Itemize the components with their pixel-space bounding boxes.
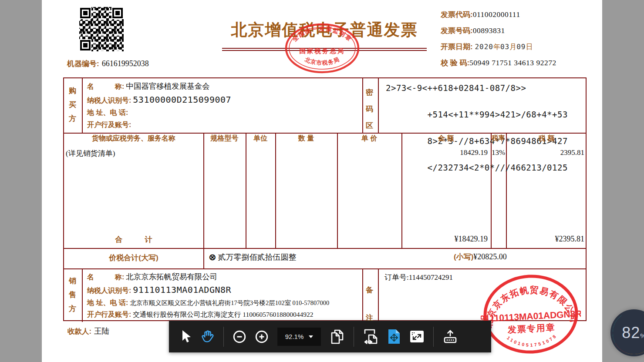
table-line [64,248,586,249]
buyer-address-label: 地 址、电 话: [87,108,128,117]
table-line [64,268,586,269]
invoice-date-row: 开票日期: 2020 年 03 月 09 日 [441,42,556,52]
gov-stamp-line1: 国家税务总局 [300,47,345,54]
invoice-meta: 发票代码:011002000111 发票号码:00893831 开票日期: 20… [441,10,556,68]
payee-label: 收款人: [67,327,91,335]
fit-width-icon [363,328,378,345]
sum-words-value: 贰万零捌佰贰拾伍圆整 [218,252,297,262]
col-header-goods: 货物或应税劳务、服务名称 [64,134,203,143]
remark-order-number: 订单号:114450724291 [384,272,453,282]
caret-down-icon [309,335,313,338]
invoice-code-label: 发票代码: [441,10,473,20]
date-day-unit: 日 [526,43,533,52]
toolbar-divider [354,327,354,347]
invoice-date-label: 开票日期: [441,42,473,52]
machine-number-label: 机器编号: [67,60,99,68]
hand-tool-button[interactable] [201,329,214,344]
pdf-viewer-screen: 机器编号:661619952038 北京增值税电子普通发票 全国统一发票监制章 … [0,0,644,362]
battery-percentage-widget[interactable]: 82 % [610,309,644,356]
tax-bureau-stamp: 全国统一发票监制章 国家税务总局 北京市税务局 [284,22,361,75]
table-line [378,78,379,133]
password-line: </232734<2*0*///466213/0125 [428,163,568,172]
password-line: +514<+11**994>421>/68+4*+53 [428,110,568,119]
viewer-toolbar: 92.1% [169,321,491,352]
item-tax: 2395.81 [506,148,584,157]
fullscreen-icon [410,330,424,343]
table-line [82,268,83,322]
password-area-label: 密码区 [366,84,373,134]
seller-company-stamp: 北京京东拓帆贸易有限公司 91110113MA01ADGN8R 发票专用章 11… [481,272,581,356]
table-line [378,268,379,322]
circled-x-icon: ⊗ [209,252,216,262]
machine-number-value: 661619952038 [102,59,149,68]
col-header-price: 单 价 [337,134,401,143]
col-header-taxrate: 税率 [491,134,506,142]
table-line [82,78,83,133]
toolbar-divider [433,327,434,347]
col-header-unit: 单位 [246,134,275,143]
check-code-value: 50949 71751 34613 92272 [469,58,556,67]
pages-icon [330,329,344,345]
upload-icon [443,329,458,344]
sum-numeric-value: ¥20825.00 [473,252,507,261]
total-amount: ¥18429.19 [401,235,488,244]
item-amount: 18429.19 [401,148,488,157]
date-month-unit: 月 [509,43,516,52]
seller-bank: 交通银行股份有限公司北京海淀支行 110060576018800044922 [133,310,313,319]
table-line [203,133,204,248]
total-tax: ¥2395.81 [506,235,584,244]
col-header-qty: 数 量 [275,134,337,143]
gov-stamp-line2: 北京市税务局 [303,56,341,66]
cursor-icon [181,330,192,343]
share-upload-button[interactable] [443,329,458,344]
fit-page-icon [388,328,401,345]
date-year: 2020 [475,43,493,51]
svg-text:北京市税务局: 北京市税务局 [303,56,341,66]
total-label: 合 计 [90,235,177,245]
fit-width-button[interactable] [363,328,378,345]
percentage-value: 82 [622,324,640,342]
table-line [362,78,363,133]
date-month: 03 [500,43,509,51]
date-day: 09 [516,43,526,51]
page-view-button[interactable] [330,329,344,345]
sum-numeric: (小写)¥20825.00 [454,252,507,262]
zoom-in-icon [255,330,268,343]
item-taxrate: 13% [491,148,506,157]
table-line [246,133,246,248]
col-header-spec: 规格型号 [203,134,246,143]
select-tool-button[interactable] [181,330,192,343]
buyer-name: 中国器官移植发展基金会 [126,81,210,91]
table-line [203,248,204,268]
table-line [362,268,363,322]
zoom-out-icon [233,330,246,343]
password-line: 2>73<-9<++618+02841-087/8>> [386,83,526,93]
seller-name: 北京京东拓帆贸易有限公司 [126,272,217,282]
col-header-tax: 税 额 [506,134,587,143]
seller-party-label: 销售方 [69,274,76,316]
qr-code [78,5,125,53]
zoom-out-button[interactable] [233,330,246,343]
seller-address: 北京市顺义区顺义区北小营镇礼府街17号院3号楼2层102室 010-578070… [130,299,329,307]
seller-name-label: 名 称: [87,273,124,282]
invoice-number-value: 00893831 [473,26,505,35]
sum-words-label: 价税合计(大写) [64,253,203,263]
check-code-label: 校 验 码: [441,58,469,68]
buyer-taxid-label: 纳税人识别号: [87,96,131,105]
percentage-unit: % [640,332,644,339]
invoice-page: 机器编号:661619952038 北京增值税电子普通发票 全国统一发票监制章 … [42,0,602,362]
fit-page-button[interactable] [388,328,401,345]
fullscreen-button[interactable] [410,330,424,343]
seller-stamp-type: 发票专用章 [507,322,556,335]
zoom-level-dropdown[interactable]: 92.1% [277,328,321,346]
zoom-in-button[interactable] [255,330,268,343]
toolbar-divider [223,327,224,347]
machine-number-row: 机器编号:661619952038 [67,59,149,69]
buyer-info: 名 称:中国器官移植发展基金会 纳税人识别号:53100000D21509900… [87,81,359,130]
sum-numeric-label: (小写) [454,253,473,261]
buyer-name-label: 名 称: [87,82,124,91]
payee-value: 王陆 [94,327,109,335]
table-line [337,133,338,248]
seller-address-label: 地 址、电 话: [87,298,128,308]
date-year-unit: 年 [493,43,500,52]
